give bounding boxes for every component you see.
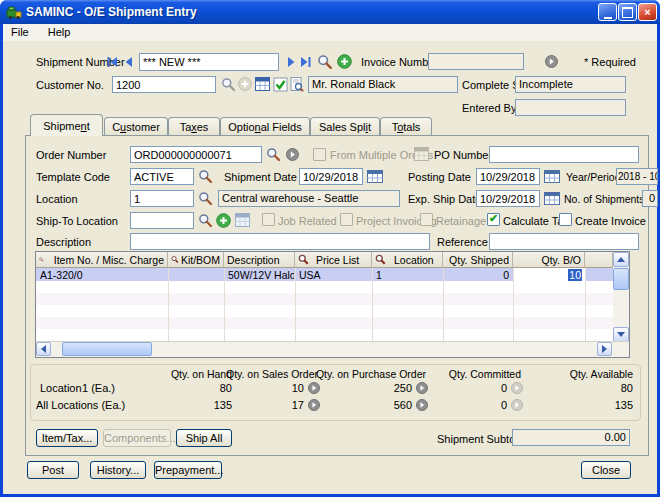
- posting-date-input[interactable]: [476, 168, 540, 185]
- tab-customer[interactable]: Customer: [104, 117, 168, 136]
- close-button[interactable]: ×: [638, 3, 657, 21]
- menu-help[interactable]: Help: [40, 24, 79, 41]
- shipment-date-calendar-icon[interactable]: [366, 168, 383, 184]
- finder-icon: [171, 254, 179, 265]
- committed-drilldown-icon-disabled: [511, 399, 523, 411]
- cell-price-list[interactable]: USA: [299, 269, 321, 281]
- sales-order-drilldown-icon[interactable]: [308, 382, 320, 394]
- exp-ship-date-input[interactable]: [476, 190, 540, 207]
- po-number-input[interactable]: [489, 146, 639, 163]
- close-window-button[interactable]: Close: [581, 461, 631, 479]
- customer-no-input[interactable]: [112, 76, 216, 93]
- create-invoice-checkbox[interactable]: [559, 213, 572, 226]
- maximize-button[interactable]: [618, 3, 637, 21]
- col-header-qty-bo[interactable]: Qty. B/O: [513, 252, 585, 268]
- calculate-tax-checkbox[interactable]: [487, 213, 500, 226]
- purchase-order-drilldown-icon[interactable]: [416, 399, 428, 411]
- new-ship-to-icon[interactable]: [215, 212, 231, 228]
- qty-row2-committed: 0: [467, 399, 507, 411]
- col-header-item-no[interactable]: Item No. / Misc. Charge: [36, 252, 168, 268]
- customer-finder-icon[interactable]: [220, 76, 236, 92]
- order-finder-icon[interactable]: [265, 146, 281, 162]
- no-of-shipments-field: 0: [642, 190, 658, 207]
- customer-detail-icon[interactable]: [254, 76, 270, 92]
- location-finder-icon[interactable]: [197, 190, 213, 206]
- posting-date-calendar-icon[interactable]: [543, 168, 560, 184]
- finder-icon[interactable]: [316, 53, 333, 70]
- col-header-description[interactable]: Description: [224, 252, 295, 268]
- credit-check-icon[interactable]: [272, 76, 288, 92]
- tab-shipment[interactable]: Shipment: [30, 114, 103, 136]
- qty-row1-sublabel: 1 (Ea.): [82, 382, 115, 394]
- scroll-right-button[interactable]: [597, 342, 612, 356]
- cell-location[interactable]: 1: [376, 269, 382, 281]
- horizontal-scroll-thumb[interactable]: [62, 342, 152, 356]
- ship-to-location-input[interactable]: [130, 212, 194, 229]
- po-number-label: PO Number: [434, 149, 492, 161]
- qty-row2-available: 135: [583, 399, 633, 411]
- reference-input[interactable]: [489, 233, 639, 250]
- col-header-location[interactable]: Location: [372, 252, 443, 268]
- exp-ship-date-calendar-icon[interactable]: [543, 190, 560, 206]
- invoice-number-field: [428, 53, 524, 70]
- sales-order-drilldown-icon[interactable]: [308, 399, 320, 411]
- post-button[interactable]: Post: [27, 461, 79, 479]
- new-shipment-icon[interactable]: [336, 53, 352, 69]
- minimize-button[interactable]: [598, 3, 617, 21]
- location-input[interactable]: [130, 190, 194, 207]
- nav-previous-icon[interactable]: [121, 55, 136, 69]
- qty-on-sales-order-header: Qty. on Sales Order: [222, 368, 318, 380]
- vertical-scroll-thumb[interactable]: [613, 268, 629, 290]
- entered-by-label: Entered By: [462, 102, 516, 114]
- empty-row: [36, 293, 613, 305]
- location-name-field: Central warehouse - Seattle: [218, 190, 400, 207]
- customer-inquiry-icon[interactable]: [289, 76, 305, 92]
- ship-all-button[interactable]: Ship All: [176, 429, 232, 447]
- menu-file[interactable]: File: [3, 24, 37, 41]
- shipment-number-input[interactable]: [139, 53, 279, 71]
- tab-optional-fields[interactable]: Optional Fields: [220, 117, 310, 136]
- ship-to-finder-icon[interactable]: [197, 212, 213, 228]
- shipment-date-input[interactable]: [299, 168, 363, 185]
- posting-date-label: Posting Date: [408, 171, 471, 183]
- arrow-right-icon: [602, 345, 607, 353]
- history-button[interactable]: History...: [90, 461, 146, 479]
- description-input[interactable]: [130, 233, 430, 250]
- customer-name-field: Mr. Ronald Black: [308, 76, 458, 93]
- col-header-price-list[interactable]: Price List: [295, 252, 372, 268]
- project-invoicing-checkbox: [340, 213, 353, 226]
- prepayment-button[interactable]: Prepayment...: [154, 461, 222, 479]
- retainage-label: Retainage: [436, 215, 486, 227]
- col-header-kit-bom[interactable]: Kit/BOM: [168, 252, 224, 268]
- scroll-down-button[interactable]: [613, 327, 629, 342]
- template-finder-icon[interactable]: [197, 168, 213, 184]
- qty-row1-committed: 0: [467, 382, 507, 394]
- tab-totals[interactable]: Totals: [380, 117, 432, 136]
- cell-item-no[interactable]: A1-320/0: [40, 269, 83, 281]
- invoice-go-icon[interactable]: [544, 54, 558, 68]
- tab-taxes[interactable]: Taxes: [168, 117, 220, 136]
- retainage-checkbox: [420, 213, 433, 226]
- scroll-up-button[interactable]: [613, 252, 629, 267]
- title-bar[interactable]: SAMINC - O/E Shipment Entry ×: [0, 0, 660, 24]
- purchase-order-drilldown-icon[interactable]: [416, 382, 428, 394]
- nav-last-icon[interactable]: [298, 55, 313, 69]
- cell-qty-shipped[interactable]: 0: [443, 269, 509, 281]
- nav-first-icon[interactable]: [105, 55, 120, 69]
- horizontal-scrollbar: [36, 341, 629, 357]
- scroll-left-button[interactable]: [36, 342, 51, 356]
- empty-row: [36, 329, 613, 341]
- nav-next-icon[interactable]: [284, 55, 299, 69]
- col-header-qty-shipped[interactable]: Qty. Shipped: [443, 252, 513, 268]
- exp-ship-date-label: Exp. Ship Date: [408, 193, 481, 205]
- template-code-input[interactable]: [130, 168, 194, 185]
- tab-sales-split[interactable]: Sales Split: [310, 117, 380, 136]
- app-icon: [6, 4, 22, 20]
- order-number-input[interactable]: [130, 146, 262, 163]
- order-go-icon[interactable]: [285, 147, 299, 161]
- qty-row1-purchase-order: 250: [362, 382, 412, 394]
- item-tax-button[interactable]: Item/Tax...: [36, 429, 98, 447]
- cell-qty-bo-edit[interactable]: 10: [513, 268, 585, 281]
- cell-description[interactable]: 50W/12V Halog...: [228, 269, 294, 281]
- table-row[interactable]: A1-320/0 50W/12V Halog... USA 1 0 10: [36, 268, 613, 281]
